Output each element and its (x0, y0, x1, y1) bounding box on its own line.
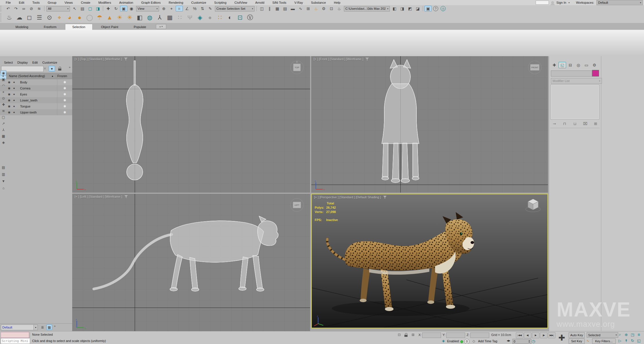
maxscript-mini-listener[interactable] (1, 332, 29, 338)
select-object-icon[interactable]: ↖ (71, 6, 78, 11)
menu-item[interactable]: Views (60, 0, 77, 5)
filter-helpers-icon[interactable]: ✚ (1, 102, 6, 107)
filter-containers-icon[interactable]: ▦ (1, 133, 6, 139)
lock-button[interactable] (57, 66, 63, 71)
quick-access-field[interactable] (536, 1, 549, 5)
menu-item[interactable]: Create (77, 0, 94, 5)
modifier-stack-box[interactable] (551, 85, 599, 119)
per-view-filter-icon[interactable] (124, 195, 128, 198)
frame-step-arrows[interactable]: ◀▶ (507, 339, 510, 342)
populate-tool-icon[interactable]: ∷ (215, 13, 225, 22)
state-set-toggle-icon-3[interactable]: ◩ (406, 6, 414, 11)
menu-item[interactable]: Graph Editors (137, 0, 165, 5)
filter-shapes-icon[interactable]: ◠ (1, 83, 6, 88)
view-cube[interactable]: FRONT (526, 58, 544, 77)
walk-through-icon[interactable]: ↟ (623, 338, 629, 343)
clear-search-icon[interactable]: ✕ (44, 67, 46, 71)
filter-button[interactable]: ▼ (49, 66, 55, 71)
add-time-tag-button[interactable]: Add Time Tag (478, 339, 497, 343)
state-set-toggle-icon-1[interactable]: ◧ (391, 6, 398, 11)
asset-library-icon[interactable]: ◻ (25, 13, 34, 22)
menu-item[interactable]: Edit (15, 0, 28, 5)
menu-item[interactable]: Scripting (210, 0, 230, 5)
viewport-label-text[interactable]: [+ ] [Front ] [Standard ] [Wireframe ] (314, 57, 363, 61)
select-and-manipulate-icon[interactable]: ⌖ (168, 6, 175, 11)
vray-toolbar-icon[interactable]: Ⓥ (245, 13, 255, 22)
object-name[interactable]: Tongue (17, 105, 57, 108)
camera-create-icon[interactable]: ⊙ (45, 13, 54, 22)
layer-select-arrow-icon[interactable]: ▾ (34, 325, 38, 330)
object-name[interactable]: Body (17, 81, 57, 84)
tab-utilities[interactable]: ⚙ (591, 62, 598, 68)
filter-funnel-icon[interactable]: ▼ (1, 178, 6, 184)
select-and-move-icon[interactable]: ✚ (105, 6, 112, 11)
explorer-more-icon[interactable]: » (69, 65, 71, 69)
filter-space-warps-icon[interactable]: ≋ (1, 108, 6, 114)
create-key-button[interactable]: ✚ (557, 332, 567, 343)
toggle-ribbon-icon[interactable]: ▬ (289, 6, 296, 11)
palette-tool-icon[interactable]: ◐ (225, 13, 235, 22)
filter-lights-icon[interactable]: ⌖ (1, 89, 6, 95)
tab-display[interactable]: ▭ (583, 62, 590, 68)
angle-snap-icon[interactable]: ∠ (183, 6, 191, 11)
visibility-eye-icon[interactable]: ◉ (7, 99, 11, 102)
tab-modify[interactable]: ◱ (559, 62, 566, 68)
filter-groups-icon[interactable]: ▢ (1, 114, 6, 120)
spot-light-icon[interactable]: ▲ (105, 13, 114, 22)
spinner-snap-icon[interactable]: ⇅ (199, 6, 206, 11)
name-column-header[interactable]: Name (Sorted Ascending) ▲ (7, 74, 56, 78)
viewport-front[interactable]: [+ ] [Front ] [Standard ] [Wireframe ] F… (311, 56, 548, 193)
filter-materials-icon[interactable]: ◈ (1, 140, 6, 145)
box-primitive-icon[interactable]: ◧ (135, 13, 144, 22)
object-name[interactable]: Cornea (17, 87, 57, 90)
enabled-count-badge[interactable]: 0 (464, 339, 469, 344)
make-unique-icon[interactable]: ⊔ (572, 121, 578, 126)
footer-more-icon[interactable]: » (54, 324, 56, 328)
zoom-icon[interactable]: ⌕ (617, 332, 623, 337)
project-folder-combo[interactable]: C:\Users\davi...\3ds Max 202...▾ (344, 6, 390, 11)
free-light-icon[interactable]: ☂ (95, 13, 104, 22)
zoom-extents-icon[interactable]: ◳ (629, 332, 636, 337)
x-coordinate-field[interactable] (422, 333, 441, 338)
percent-snap-icon[interactable]: % (191, 6, 198, 11)
ribbon-tab[interactable]: Object Paint (94, 24, 125, 30)
zoom-extents-all-icon[interactable]: ⧈ (636, 332, 642, 337)
object-name[interactable]: Upper-teeth (17, 111, 57, 114)
skylight-icon[interactable]: ◕ (65, 13, 74, 22)
grid-helper-icon[interactable]: ▦ (165, 13, 175, 22)
explorer-menu-item[interactable]: Edit (31, 60, 40, 65)
viewport-label[interactable]: [+ ] [Top ] [Standard ] [Wireframe ] (75, 57, 128, 61)
frozen-column-header[interactable]: Frozen (56, 74, 72, 78)
z-coordinate-field[interactable] (470, 333, 489, 338)
active-layer-select[interactable]: Default (1, 325, 36, 330)
layer-ball-icon[interactable]: ⊡ (235, 13, 245, 22)
menu-item[interactable]: SiNi Tools (268, 0, 290, 5)
modifier-list-select[interactable]: Modifier List ▾ (551, 78, 602, 84)
menu-item[interactable]: Group (44, 0, 60, 5)
fov-icon[interactable]: ▷ (617, 338, 623, 343)
selection-lock-icon[interactable] (404, 333, 409, 337)
state-set-toggle-icon-2[interactable]: ◨ (399, 6, 406, 11)
viewport-left[interactable]: [+ ] [Left ] [Standard ] [Wireframe ] LE… (72, 194, 310, 331)
ribbon-tab[interactable]: Populate (127, 24, 153, 30)
cloud-rendering-icon[interactable]: ☁ (15, 13, 24, 22)
viewport-label-text[interactable]: [+ ] [Perspective ] [Standard ] [Default… (314, 196, 381, 199)
viewport-label[interactable]: [+ ] [Perspective ] [Standard ] [Default… (314, 196, 387, 199)
filter-xrefs-icon[interactable]: ↗ (1, 121, 6, 126)
explorer-menu-item[interactable]: Select (2, 60, 15, 65)
menu-item[interactable]: Customize (187, 0, 210, 5)
menu-item[interactable]: CivilView (230, 0, 251, 5)
object-name-field[interactable] (551, 71, 592, 77)
orbit-icon[interactable]: ↻ (629, 338, 636, 343)
dot-grid-icon[interactable]: ∷ (175, 13, 185, 22)
active-viewport-icon[interactable]: ▣ (424, 6, 432, 11)
viewport-top[interactable]: [+ ] [Top ] [Standard ] [Wireframe ] TOP… (72, 56, 310, 193)
toggle-scene-explorer-icon[interactable]: ▦ (274, 6, 281, 11)
y-coordinate-field[interactable] (446, 333, 465, 338)
sunlight-icon[interactable]: ☀ (115, 13, 124, 22)
menu-item[interactable]: File (2, 0, 15, 5)
frozen-snowflake-icon[interactable]: ✱ (57, 109, 72, 115)
isolate-selection-icon[interactable]: ⊡ (397, 333, 402, 337)
key-selection-select[interactable]: Selected ▾ (587, 332, 618, 338)
state-set-toggle-icon-4[interactable]: ◪ (414, 6, 421, 11)
